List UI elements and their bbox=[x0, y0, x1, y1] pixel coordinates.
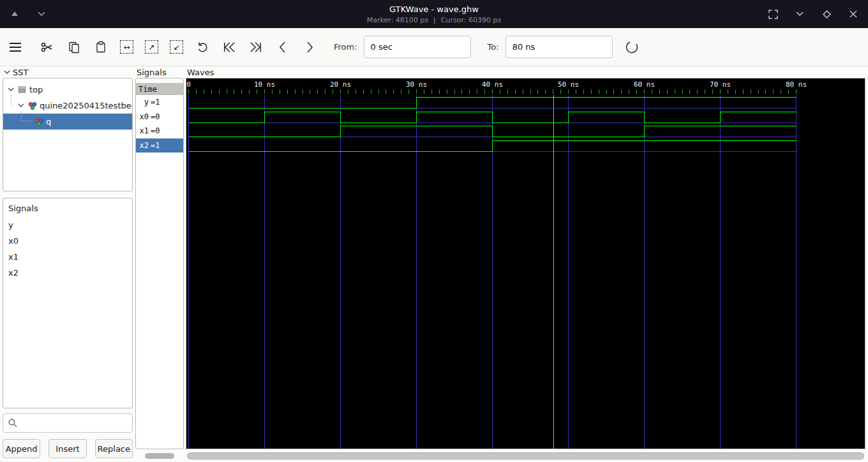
copy-button[interactable] bbox=[66, 40, 82, 55]
time-header: Time bbox=[136, 78, 183, 95]
wave-name-row-x1[interactable]: x1 =0 bbox=[136, 124, 183, 138]
minimize-icon[interactable] bbox=[794, 8, 805, 20]
waves-frame-label: Waves bbox=[186, 66, 865, 78]
names-hscrollbar[interactable] bbox=[135, 449, 184, 462]
search-icon bbox=[8, 418, 18, 428]
tree-node-label: quine20250415testbench bbox=[40, 101, 132, 110]
svg-text:50 ns: 50 ns bbox=[558, 80, 579, 89]
signal-item-y[interactable]: y bbox=[3, 217, 132, 233]
wave-names-panel: Time y =1 x0 =0 x1 =0 x2 =1 bbox=[135, 78, 184, 449]
marker-status: Marker: 48100 ps bbox=[367, 16, 428, 24]
close-icon[interactable] bbox=[848, 8, 859, 20]
tree-node-label: top bbox=[29, 85, 43, 94]
sst-node-top[interactable]: top bbox=[3, 82, 132, 98]
signal-item-x0[interactable]: x0 bbox=[3, 233, 132, 249]
wave-name-row-y[interactable]: y =1 bbox=[136, 95, 183, 110]
svg-text:60 ns: 60 ns bbox=[634, 80, 655, 89]
maximize-icon[interactable] bbox=[821, 8, 832, 20]
tree-guide bbox=[11, 95, 11, 105]
wave-names-column: Signals Time y =1 x0 =0 x1 =0 x2 =1 bbox=[135, 66, 184, 462]
signal-item-label: y bbox=[8, 220, 13, 230]
expander-icon[interactable] bbox=[17, 102, 25, 110]
wave-value: =1 bbox=[151, 141, 160, 150]
wave-name: y bbox=[137, 98, 149, 107]
svg-text:80 ns: 80 ns bbox=[786, 80, 807, 89]
window-title-block: GTKWave - wave.ghw Marker: 48100 ps | Cu… bbox=[367, 4, 501, 24]
sst-frame-label[interactable]: SST bbox=[3, 66, 133, 78]
window-title: GTKWave - wave.ghw bbox=[367, 4, 501, 14]
toolbar: ↔ ↗ ↙ From: To: bbox=[0, 28, 868, 66]
to-start-icon[interactable] bbox=[221, 40, 237, 55]
wave-name: x2 bbox=[137, 141, 149, 150]
cursor-status: Cursor: 60390 ps bbox=[441, 16, 501, 24]
signals-list-label: Signals bbox=[3, 198, 132, 217]
tree-guide bbox=[21, 112, 22, 121]
module-icon bbox=[27, 101, 37, 110]
arrow-up-icon[interactable] bbox=[9, 8, 20, 20]
cut-button[interactable] bbox=[40, 40, 55, 55]
time-to-input[interactable] bbox=[505, 36, 613, 58]
titlebar: GTKWave - wave.ghw Marker: 48100 ps | Cu… bbox=[0, 0, 868, 28]
signal-item-x2[interactable]: x2 bbox=[3, 265, 132, 281]
wave-name-row-x0[interactable]: x0 =0 bbox=[136, 110, 183, 124]
fit-to-screen-icon[interactable] bbox=[767, 8, 779, 20]
to-label: To: bbox=[488, 42, 499, 52]
svg-text:0: 0 bbox=[186, 80, 191, 89]
waves-hscrollbar-thumb[interactable] bbox=[187, 452, 864, 459]
wave-value: =0 bbox=[151, 126, 160, 135]
wave-name: x0 bbox=[137, 112, 149, 121]
append-button[interactable]: Append bbox=[3, 439, 40, 458]
insert-button[interactable]: Insert bbox=[49, 439, 86, 458]
signal-action-buttons: Append Insert Replace bbox=[3, 439, 133, 458]
waves-panel: 010 ns20 ns30 ns40 ns50 ns60 ns70 ns80 n… bbox=[186, 78, 865, 449]
reload-icon[interactable] bbox=[624, 40, 640, 55]
shift-right-icon[interactable] bbox=[302, 40, 317, 55]
signal-item-label: x0 bbox=[8, 236, 19, 246]
signal-item-x1[interactable]: x1 bbox=[3, 249, 132, 265]
signal-item-label: x2 bbox=[8, 268, 19, 278]
signal-filter bbox=[3, 414, 133, 433]
sst-node-q[interactable]: q bbox=[3, 114, 132, 130]
tree-guide bbox=[21, 121, 31, 121]
svg-text:30 ns: 30 ns bbox=[406, 80, 427, 89]
status-separator: | bbox=[433, 16, 436, 24]
zoom-fit-icon[interactable]: ↔ bbox=[120, 40, 133, 54]
waves-hscrollbar[interactable] bbox=[186, 449, 865, 462]
wave-value: =0 bbox=[151, 112, 160, 121]
zoom-undo-icon[interactable] bbox=[195, 40, 210, 55]
zoom-in-icon[interactable]: ↗ bbox=[145, 40, 158, 54]
module-icon bbox=[34, 117, 43, 126]
scope-box-icon bbox=[17, 86, 27, 94]
expander-icon[interactable] bbox=[7, 86, 15, 94]
main-area: SST top bbox=[0, 66, 868, 462]
waves-label: Waves bbox=[187, 68, 214, 77]
svg-text:10 ns: 10 ns bbox=[254, 80, 275, 89]
svg-text:70 ns: 70 ns bbox=[710, 80, 731, 89]
chevron-down-icon[interactable] bbox=[36, 8, 47, 20]
wave-value: =1 bbox=[151, 98, 160, 107]
waves-column: Waves 010 ns20 ns30 ns40 ns50 ns60 ns70 … bbox=[186, 66, 865, 462]
sst-tree: top quine20250415testbench bbox=[3, 78, 133, 191]
sst-node-testbench[interactable]: quine20250415testbench bbox=[3, 98, 132, 114]
wave-name-row-x2[interactable]: x2 =1 bbox=[136, 138, 183, 153]
paste-button[interactable] bbox=[93, 40, 108, 55]
sst-sidebar: SST top bbox=[3, 66, 133, 462]
to-end-icon[interactable] bbox=[248, 40, 264, 55]
time-header-bar: Time bbox=[136, 83, 183, 95]
names-frame-label: Signals bbox=[135, 66, 184, 78]
wave-name: x1 bbox=[137, 126, 149, 135]
replace-button[interactable]: Replace bbox=[95, 439, 133, 458]
svg-text:20 ns: 20 ns bbox=[330, 80, 351, 89]
names-label: Signals bbox=[137, 68, 167, 77]
sst-label: SST bbox=[13, 68, 28, 77]
time-from-input[interactable] bbox=[364, 36, 471, 58]
shift-left-icon[interactable] bbox=[275, 40, 290, 55]
waveform-canvas[interactable]: 010 ns20 ns30 ns40 ns50 ns60 ns70 ns80 n… bbox=[186, 78, 865, 449]
zoom-out-icon[interactable]: ↙ bbox=[170, 40, 183, 54]
signals-list-panel: Signals y x0 x1 x2 bbox=[3, 198, 133, 408]
svg-text:40 ns: 40 ns bbox=[482, 80, 503, 89]
menu-button[interactable] bbox=[8, 40, 23, 55]
names-hscrollbar-thumb[interactable] bbox=[145, 453, 174, 459]
from-label: From: bbox=[334, 42, 357, 52]
signal-filter-input[interactable] bbox=[3, 414, 133, 433]
